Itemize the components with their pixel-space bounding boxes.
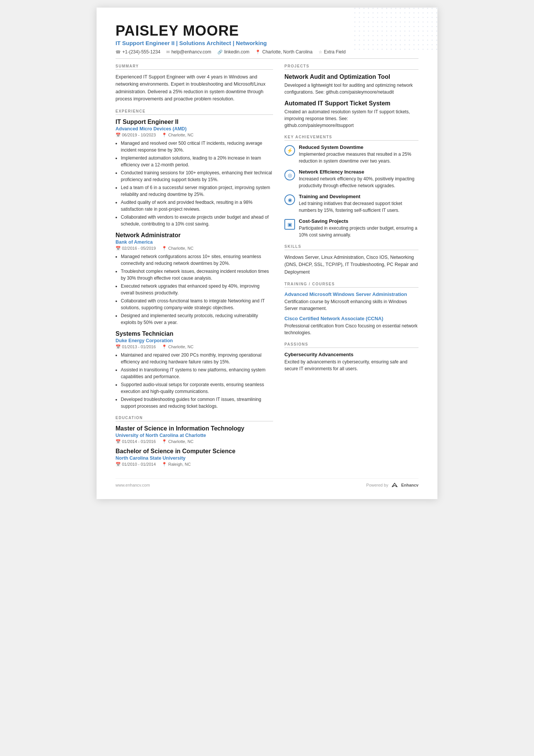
edu-item-1: Bachelor of Science in Computer Science … bbox=[116, 448, 273, 467]
contact-email: ✉ help@enhancv.com bbox=[166, 49, 211, 55]
link-icon: 🔗 bbox=[217, 50, 223, 55]
achievement-content-0: Reduced System Downtime Implemented proa… bbox=[299, 144, 418, 164]
achievement-item-2: ◉ Training and Development Led training … bbox=[284, 194, 418, 214]
footer-brand: Powered by Enhancv bbox=[366, 482, 418, 488]
calendar-icon-1: 📅 bbox=[116, 246, 121, 251]
bullet-0-4: Audited quality of work and provided fee… bbox=[121, 199, 273, 213]
calendar-edu-icon-1: 📅 bbox=[116, 462, 121, 467]
job-location-2: 📍 Charlotte, NC bbox=[162, 344, 194, 349]
edu-date-1: 📅 01/2010 - 01/2014 bbox=[116, 462, 156, 467]
skills-text: Windows Server, Linux Administration, Ci… bbox=[284, 254, 418, 276]
company-name-2: Duke Energy Corporation bbox=[116, 338, 273, 343]
edu-meta-0: 📅 01/2014 - 01/2016 📍 Charlotte, NC bbox=[116, 439, 273, 444]
achievement-desc-3: Participated in executing projects under… bbox=[299, 225, 418, 238]
job-item-1: Network Administrator Bank of America 📅 … bbox=[116, 232, 273, 326]
passion-title-0: Cybersecurity Advancements bbox=[284, 352, 418, 357]
achievement-content-1: Network Efficiency Increase Increased ne… bbox=[299, 169, 418, 189]
location-icon: 📍 bbox=[255, 50, 261, 55]
company-name-1: Bank of America bbox=[116, 239, 273, 245]
project-title-1: Automated IT Support Ticket System bbox=[284, 100, 418, 107]
contact-bar: ☎ +1-(234)-555-1234 ✉ help@enhancv.com 🔗… bbox=[116, 49, 418, 59]
achievement-icon-0: ⚡ bbox=[284, 145, 295, 156]
bullet-2-3: Developed troubleshooting guides for com… bbox=[121, 396, 273, 410]
achievement-content-3: Cost-Saving Projects Participated in exe… bbox=[299, 218, 418, 238]
projects-section-label: PROJECTS bbox=[284, 64, 418, 70]
bullet-2-2: Supported audio-visual setups for corpor… bbox=[121, 381, 273, 395]
bullet-0-3: Led a team of 6 in a successful server m… bbox=[121, 184, 273, 198]
resume-header: PAISLEY MOORE IT Support Engineer II | S… bbox=[116, 23, 418, 59]
job-item-2: Systems Technician Duke Energy Corporati… bbox=[116, 330, 273, 410]
job-bullets-2: Maintained and repaired over 200 PCs mon… bbox=[116, 352, 273, 410]
job-bullets-1: Managed network configurations across 10… bbox=[116, 253, 273, 326]
project-title-0: Network Audit and Optimization Tool bbox=[284, 74, 418, 80]
training-item-0: Advanced Microsoft Windows Server Admini… bbox=[284, 291, 418, 312]
contact-phone: ☎ +1-(234)-555-1234 bbox=[116, 49, 160, 55]
project-desc-1: Created an automated resolution system f… bbox=[284, 108, 418, 129]
pin-icon-0: 📍 bbox=[162, 133, 167, 138]
training-title-1: Cisco Certified Network Associate (CCNA) bbox=[284, 316, 418, 321]
achievement-title-1: Network Efficiency Increase bbox=[299, 169, 418, 175]
achievement-desc-2: Led training initiatives that decreased … bbox=[299, 200, 418, 214]
bullet-2-0: Maintained and repaired over 200 PCs mon… bbox=[121, 352, 273, 365]
edu-location-1: 📍 Raleigh, NC bbox=[162, 462, 190, 467]
bullet-0-0: Managed and resolved over 500 critical I… bbox=[121, 140, 273, 153]
pin-icon-1: 📍 bbox=[162, 246, 167, 251]
job-location-0: 📍 Charlotte, NC bbox=[162, 133, 194, 138]
candidate-title: IT Support Engineer II | Solutions Archi… bbox=[116, 40, 418, 46]
bullet-1-0: Managed network configurations across 10… bbox=[121, 253, 273, 267]
phone-icon: ☎ bbox=[116, 50, 121, 55]
achievement-desc-0: Implemented proactive measures that resu… bbox=[299, 151, 418, 164]
bullet-1-2: Executed network upgrades that enhanced … bbox=[121, 283, 273, 296]
achievement-item-1: ◎ Network Efficiency Increase Increased … bbox=[284, 169, 418, 189]
job-meta-2: 📅 01/2013 - 01/2016 📍 Charlotte, NC bbox=[116, 344, 273, 349]
job-title-0: IT Support Engineer II bbox=[116, 119, 273, 125]
company-name-0: Advanced Micro Devices (AMD) bbox=[116, 126, 273, 131]
achievement-title-0: Reduced System Downtime bbox=[299, 144, 418, 150]
achievements-section-label: KEY ACHIEVEMENTS bbox=[284, 135, 418, 141]
job-meta-1: 📅 02/2016 - 05/2019 📍 Charlotte, NC bbox=[116, 246, 273, 251]
achievement-desc-1: Increased network efficiency by 40%, pos… bbox=[299, 175, 418, 189]
training-item-1: Cisco Certified Network Associate (CCNA)… bbox=[284, 316, 418, 336]
brand-name: Enhancv bbox=[401, 483, 418, 487]
calendar-icon-2: 📅 bbox=[116, 344, 121, 349]
pin-edu-icon-0: 📍 bbox=[162, 439, 167, 444]
summary-section-label: SUMMARY bbox=[116, 64, 273, 70]
summary-text: Experienced IT Support Engineer with ove… bbox=[116, 74, 273, 103]
achievement-title-2: Training and Development bbox=[299, 194, 418, 199]
calendar-edu-icon-0: 📅 bbox=[116, 439, 121, 444]
job-title-1: Network Administrator bbox=[116, 232, 273, 239]
project-item-1: Automated IT Support Ticket System Creat… bbox=[284, 100, 418, 129]
enhancv-logo-icon bbox=[390, 482, 399, 488]
training-title-0: Advanced Microsoft Windows Server Admini… bbox=[284, 291, 418, 297]
passion-item-0: Cybersecurity Advancements Excited by ad… bbox=[284, 352, 418, 372]
experience-section-label: EXPERIENCE bbox=[116, 109, 273, 115]
edu-meta-1: 📅 01/2010 - 01/2014 📍 Raleigh, NC bbox=[116, 462, 273, 467]
job-item-0: IT Support Engineer II Advanced Micro De… bbox=[116, 119, 273, 227]
bullet-1-4: Designed and implemented security protoc… bbox=[121, 312, 273, 326]
training-section-label: TRAINING / COURSES bbox=[284, 282, 418, 288]
achievement-icon-3: ▣ bbox=[284, 219, 295, 230]
achievement-item-0: ⚡ Reduced System Downtime Implemented pr… bbox=[284, 144, 418, 164]
left-column: SUMMARY Experienced IT Support Engineer … bbox=[116, 64, 273, 471]
training-desc-0: Certification course by Microsoft enhanc… bbox=[284, 298, 418, 312]
job-bullets-0: Managed and resolved over 500 critical I… bbox=[116, 140, 273, 227]
project-desc-0: Developed a lightweight tool for auditin… bbox=[284, 82, 418, 95]
edu-date-0: 📅 01/2014 - 01/2016 bbox=[116, 439, 156, 444]
page-footer: www.enhancv.com Powered by Enhancv bbox=[116, 478, 418, 488]
bullet-1-1: Troubleshot complex network issues, decr… bbox=[121, 268, 273, 282]
achievement-item-3: ▣ Cost-Saving Projects Participated in e… bbox=[284, 218, 418, 238]
job-date-2: 📅 01/2013 - 01/2016 bbox=[116, 344, 156, 349]
edu-item-0: Master of Science in Information Technol… bbox=[116, 425, 273, 444]
achievement-icon-1: ◎ bbox=[284, 170, 295, 180]
project-item-0: Network Audit and Optimization Tool Deve… bbox=[284, 74, 418, 95]
training-desc-1: Professional certification from Cisco fo… bbox=[284, 322, 418, 336]
resume-columns: SUMMARY Experienced IT Support Engineer … bbox=[116, 64, 418, 471]
edu-school-1: North Carolina State University bbox=[116, 455, 273, 461]
bullet-0-2: Conducted training sessions for 100+ emp… bbox=[121, 169, 273, 183]
edu-degree-0: Master of Science in Information Technol… bbox=[116, 425, 273, 432]
pin-edu-icon-1: 📍 bbox=[162, 462, 167, 467]
job-meta-0: 📅 06/2019 - 10/2023 📍 Charlotte, NC bbox=[116, 133, 273, 138]
job-date-1: 📅 02/2016 - 05/2019 bbox=[116, 246, 156, 251]
skills-section-label: SKILLS bbox=[284, 244, 418, 250]
calendar-icon-0: 📅 bbox=[116, 133, 121, 138]
